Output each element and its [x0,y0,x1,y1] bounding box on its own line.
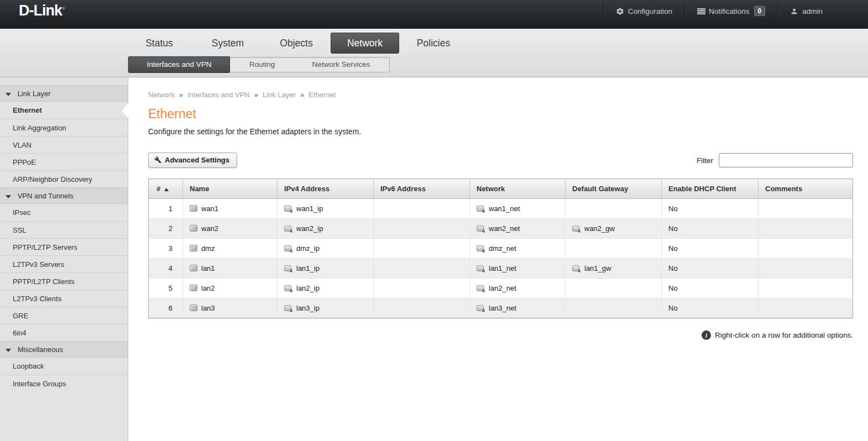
user-icon [790,7,798,15]
column-header[interactable]: IPv4 Address [278,179,374,199]
sidebar-item[interactable]: PPTP/L2TP Servers [0,238,128,255]
interface-name: wan1 [201,204,218,213]
column-header[interactable]: Name [183,179,278,199]
content-area: Network Interfaces and VPN Link Layer Et… [128,77,868,441]
sub-tab[interactable]: Network Services [294,57,388,72]
page-title: Ethernet [148,107,853,122]
sidebar-section-header[interactable]: Miscellaneous [0,341,128,358]
nav-tab-label: Status [145,38,173,49]
column-header[interactable]: IPv6 Address [374,179,470,199]
column-header[interactable]: Comments [759,179,853,199]
sidebar-item-label: L2TPv3 Clients [13,295,61,303]
sidebar-item[interactable]: L2TPv3 Clients [0,290,128,307]
table-row[interactable]: 4 lan1 lan1_ip lan1_net lan1_gw No [149,259,853,279]
ip4-object-icon [284,265,291,271]
sidebar-item-label: L2TPv3 Servers [13,260,64,269]
nav-tab[interactable]: Network [331,33,399,54]
ip4-object-icon [477,225,484,232]
sidebar-item[interactable]: PPPoE [0,153,128,170]
notifications-count-badge: 0 [754,6,766,16]
table-row[interactable]: 6 lan3 lan3_ip lan3_net No [149,298,853,318]
table-header-row: # Name IPv4 Address IPv6 Address Network… [149,179,853,199]
row-number: 3 [149,239,183,259]
interface-name: lan1 [201,264,215,272]
table-row[interactable]: 2 wan2 wan2_ip wan2_net wan2_gw No [149,219,853,239]
table-row[interactable]: 5 lan2 lan2_ip lan2_net No [149,279,853,298]
sidebar-item-label: PPPoE [13,158,36,166]
sidebar-item-label: PPTP/L2TP Servers [13,243,77,251]
dhcp-client-value: No [668,224,678,233]
dhcp-client-value: No [668,244,678,253]
breadcrumb-item[interactable]: Link Layer [250,91,296,99]
sidebar-section-header[interactable]: Link Layer [0,85,128,102]
sidebar-item[interactable]: ARP/Neighbor Discovery [0,170,128,187]
breadcrumb-item[interactable]: Interfaces and VPN [175,91,250,99]
sidebar-item[interactable]: L2TPv3 Servers [0,255,128,272]
network-object: lan2_net [489,284,516,292]
nav-tab-label: Objects [280,38,312,49]
interface-name: dmz [201,244,215,253]
sidebar-item[interactable]: IPsec [0,204,128,221]
default-gateway-object: wan2_gw [584,224,615,233]
column-header[interactable]: Network [470,179,566,199]
gear-icon [616,7,624,15]
breadcrumb-item[interactable]: Ethernet [296,91,336,99]
table-hint: Right-click on a row for additional opti… [148,330,853,340]
sub-tab[interactable]: Interfaces and VPN [128,56,230,73]
notifications-menu[interactable]: Notifications 0 [684,3,777,19]
configuration-menu[interactable]: Configuration [603,3,684,19]
sidebar-item[interactable]: Link Aggregation [0,119,128,136]
sidebar-item[interactable]: VLAN [0,136,128,153]
nav-tab-label: System [212,38,244,49]
registered-mark: ® [62,6,65,11]
ipv4-address-object: lan2_ip [296,284,320,292]
sidebar-item[interactable]: Interface Groups [0,375,128,392]
nav-tab[interactable]: Objects [262,33,331,54]
table-row[interactable]: 3 dmz dmz_ip dmz_net No [149,239,853,259]
sidebar-item[interactable]: 6in4 [0,324,128,341]
interface-name: wan2 [201,224,218,233]
sidebar-item-label: GRE [13,312,28,320]
sidebar-item[interactable]: PPTP/L2TP Clients [0,272,128,290]
user-menu[interactable]: admin [777,3,835,19]
filter-group: Filter [697,153,853,167]
advanced-settings-button[interactable]: Advanced Settings [148,153,237,168]
network-object: lan3_net [489,304,516,312]
dhcp-client-value: No [668,204,678,213]
ip4-object-icon [284,245,291,251]
sidebar-item[interactable]: GRE [0,307,128,324]
sub-tabs: Interfaces and VPN Routing Network Servi… [128,57,390,72]
interface-icon [190,205,197,212]
nav-tab[interactable]: System [194,33,262,54]
nav-tab[interactable]: Status [125,33,194,54]
column-label: Network [477,185,505,193]
sidebar-item[interactable]: Ethernet [0,102,128,119]
nav-tab[interactable]: Policies [399,33,468,54]
sidebar-section-label: Link Layer [18,90,51,98]
sidebar-section-header[interactable]: VPN and Tunnels [0,187,128,204]
column-header[interactable]: Default Gateway [566,179,662,199]
sidebar-item[interactable]: Loopback [0,358,128,375]
filter-input[interactable] [719,153,853,167]
sub-tab[interactable]: Routing [230,57,294,72]
sidebar-item-label: PPTP/L2TP Clients [13,277,75,286]
sub-tab-label: Interfaces and VPN [147,60,211,69]
toolbar: Advanced Settings Filter [148,153,853,168]
interface-icon [190,305,197,311]
table-row[interactable]: 1 wan1 wan1_ip wan1_net No [149,199,853,219]
sidebar-item[interactable]: SSL [0,221,128,238]
row-number: 2 [149,219,183,239]
interface-name: lan2 [201,284,215,292]
column-header[interactable]: # [149,179,183,199]
breadcrumb-item[interactable]: Network [148,91,175,99]
sort-ascending-icon [164,188,169,191]
column-header[interactable]: Enable DHCP Client [662,179,759,199]
ipv4-address-object: wan1_ip [296,204,323,213]
ip4-object-icon [477,285,484,291]
interface-icon [190,245,197,251]
nav-tab-label: Network [347,38,383,49]
ip4-object-icon [284,225,291,232]
sidebar-item-label: Loopback [13,362,44,370]
sidebar-item-label: IPsec [13,208,31,217]
sidebar-item-label: VLAN [13,141,32,149]
